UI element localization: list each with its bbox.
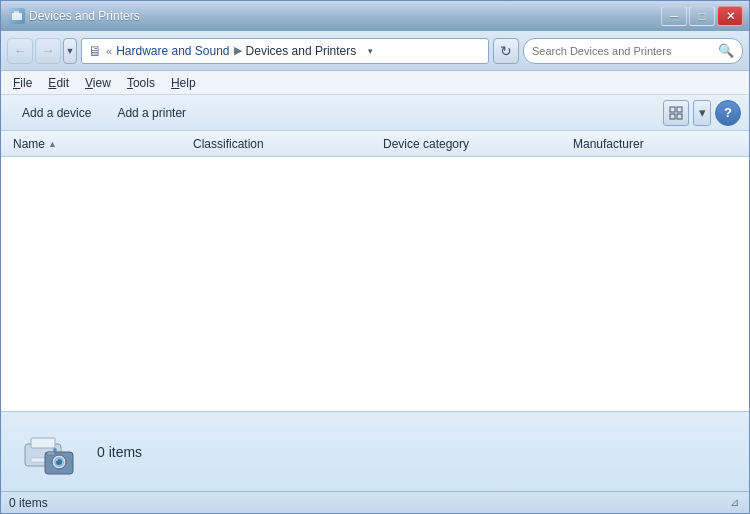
menubar: File Edit View Tools Help (1, 71, 749, 95)
menu-file[interactable]: File (5, 74, 40, 92)
breadcrumb-arrow: ▶ (234, 44, 242, 57)
sort-arrow-icon: ▲ (48, 139, 57, 149)
close-button[interactable]: ✕ (717, 6, 743, 26)
svg-rect-2 (670, 107, 675, 112)
menu-help-label: elp (180, 76, 196, 90)
main-content: Name ▲ Classification Device category Ma… (1, 131, 749, 491)
menu-tools-label: ools (133, 76, 155, 90)
svg-point-9 (53, 448, 57, 452)
svg-rect-1 (14, 11, 19, 14)
window-icon (9, 8, 25, 24)
titlebar-buttons: ─ □ ✕ (661, 6, 743, 26)
svg-rect-15 (47, 452, 55, 455)
help-button[interactable]: ? (715, 100, 741, 126)
menu-tools[interactable]: Tools (119, 74, 163, 92)
col-header-classification[interactable]: Classification (189, 131, 379, 156)
preview-icon (17, 420, 81, 484)
col-device-category-label: Device category (383, 137, 469, 151)
view-dropdown-button[interactable]: ▾ (693, 100, 711, 126)
menu-help[interactable]: Help (163, 74, 204, 92)
maximize-button[interactable]: □ (689, 6, 715, 26)
svg-rect-0 (12, 13, 22, 20)
menu-edit-label: dit (56, 76, 69, 90)
nav-arrows: ← → ▼ (7, 38, 77, 64)
col-name-label: Name (13, 137, 45, 151)
resize-grip[interactable]: ⊿ (727, 496, 741, 510)
status-items-text: 0 items (9, 496, 727, 510)
svg-point-14 (56, 459, 58, 461)
add-device-button[interactable]: Add a device (9, 99, 104, 127)
col-classification-label: Classification (193, 137, 264, 151)
titlebar: Devices and Printers ─ □ ✕ (1, 1, 749, 31)
back-button[interactable]: ← (7, 38, 33, 64)
help-icon: ? (724, 105, 732, 120)
preview-item-count: 0 items (97, 444, 142, 460)
menu-view-label: iew (93, 76, 111, 90)
minimize-button[interactable]: ─ (661, 6, 687, 26)
menu-view[interactable]: View (77, 74, 119, 92)
breadcrumb-dropdown[interactable]: ▾ (362, 41, 378, 61)
search-input[interactable] (532, 45, 714, 57)
search-icon[interactable]: 🔍 (718, 43, 734, 58)
dropdown-arrow-icon: ▾ (699, 105, 706, 120)
titlebar-left: Devices and Printers (9, 8, 140, 24)
svg-rect-3 (677, 107, 682, 112)
refresh-button[interactable]: ↻ (493, 38, 519, 64)
menu-file-label: ile (20, 76, 32, 90)
breadcrumb-current: Devices and Printers (246, 44, 357, 58)
column-headers: Name ▲ Classification Device category Ma… (1, 131, 749, 157)
view-options-button[interactable] (663, 100, 689, 126)
file-list (1, 157, 749, 411)
window: Devices and Printers ─ □ ✕ ← → ▼ 🖥 « Har… (0, 0, 750, 514)
col-header-name[interactable]: Name ▲ (9, 131, 189, 156)
svg-rect-7 (31, 438, 55, 448)
breadcrumb-hardware-sound[interactable]: Hardware and Sound (116, 44, 229, 58)
col-header-manufacturer[interactable]: Manufacturer (569, 131, 741, 156)
toolbar-right: ▾ ? (663, 100, 741, 126)
window-title: Devices and Printers (29, 9, 140, 23)
nav-history-dropdown[interactable]: ▼ (63, 38, 77, 64)
breadcrumb-sep1: « (106, 45, 112, 57)
breadcrumb-icon: 🖥 (88, 43, 102, 59)
add-printer-button[interactable]: Add a printer (104, 99, 199, 127)
breadcrumb: 🖥 « Hardware and Sound ▶ Devices and Pri… (81, 38, 489, 64)
col-header-device-category[interactable]: Device category (379, 131, 569, 156)
menu-edit[interactable]: Edit (40, 74, 77, 92)
forward-button[interactable]: → (35, 38, 61, 64)
svg-rect-5 (677, 114, 682, 119)
status-preview: 0 items (1, 411, 749, 491)
navbar: ← → ▼ 🖥 « Hardware and Sound ▶ Devices a… (1, 31, 749, 71)
statusbar: 0 items ⊿ (1, 491, 749, 513)
toolbar: Add a device Add a printer ▾ ? (1, 95, 749, 131)
search-box: 🔍 (523, 38, 743, 64)
col-manufacturer-label: Manufacturer (573, 137, 644, 151)
svg-rect-4 (670, 114, 675, 119)
